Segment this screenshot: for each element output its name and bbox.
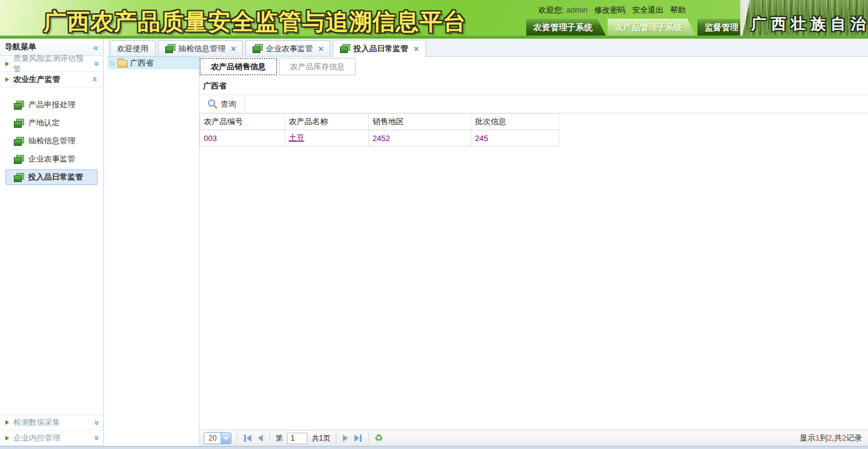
book-icon — [14, 137, 24, 146]
tree-expand-icon[interactable]: ▷ — [110, 60, 115, 66]
sidebar-item-farming-supervision[interactable]: 企业农事监管 — [5, 151, 98, 167]
book-icon — [340, 44, 350, 53]
folder-icon — [118, 60, 128, 68]
section-arrow-icon — [5, 436, 9, 441]
sidebar-section-test-data-collection[interactable]: 检测数据采集 « — [0, 415, 103, 430]
table-header-row: 农产品编号 农产品名称 销售地区 批次信息 — [200, 114, 559, 130]
subtab-sales-info[interactable]: 农产品销售信息 — [200, 58, 277, 75]
region-title: 广西省 — [200, 75, 868, 95]
pagination-separator — [269, 433, 270, 444]
sidebar-item-product-declaration[interactable]: 产品申报处理 — [5, 97, 98, 113]
navigation-sidebar: 导航菜单 « 质量风险监测评估预警 « 农业生产监管 « 产品申报处理 产地认定 — [0, 39, 104, 446]
welcome-text: 欢迎您: admin — [538, 5, 588, 16]
products-table: 农产品编号 农产品名称 销售地区 批次信息 003 土豆 2452 245 — [200, 113, 559, 146]
pagination-separator — [368, 433, 369, 444]
content-panel: 农产品销售信息 农产品库存信息 广西省 查询 农产品编号 农产品名 — [200, 57, 868, 446]
sidebar-item-sampling-info[interactable]: 抽检信息管理 — [5, 133, 98, 149]
wheat-field-image: 广西壮族自治区 — [740, 0, 868, 39]
pagination-bar: 20 第 共1页 ♻ 显示1到2,共2记录 — [200, 430, 868, 446]
cell-batch-info: 245 — [471, 130, 559, 146]
system-tab-agri-products[interactable]: 农产品管理子系统 — [608, 19, 696, 36]
tab-welcome[interactable]: 欢迎使用 — [110, 40, 156, 56]
chevron-down-icon[interactable]: « — [90, 420, 99, 425]
app-title: 广西农产品质量安全监管与追溯信息平台 — [43, 7, 467, 37]
system-tab-farm-materials[interactable]: 农资管理子系统 — [526, 19, 606, 36]
product-name-link[interactable]: 土豆 — [289, 133, 304, 142]
section-arrow-icon — [5, 61, 9, 66]
prev-page-button[interactable] — [257, 433, 264, 443]
main-layout: 导航菜单 « 质量风险监测评估预警 « 农业生产监管 « 产品申报处理 产地认定 — [0, 39, 868, 446]
main-panel: 欢迎使用 抽检信息管理 × 企业农事监管 × 投入品日常监管 × ▷ — [108, 39, 868, 446]
col-product-name: 农产品名称 — [285, 114, 369, 130]
page-total-label: 共1页 — [312, 433, 330, 444]
section-arrow-icon — [5, 77, 9, 82]
col-product-code: 农产品编号 — [200, 114, 285, 130]
page-number-input[interactable] — [287, 433, 307, 444]
tab-sampling-info[interactable]: 抽检信息管理 × — [158, 40, 243, 56]
region-banner-label: 广西壮族自治区 — [751, 14, 868, 34]
region-tree-panel: ▷ 广西省 — [108, 57, 200, 446]
table-row[interactable]: 003 土豆 2452 245 — [200, 130, 559, 146]
help-link[interactable]: 帮助 — [670, 5, 686, 16]
tab-body: ▷ 广西省 农产品销售信息 农产品库存信息 广西省 查询 — [108, 57, 868, 446]
sidebar-item-origin-certification[interactable]: 产地认定 — [5, 115, 98, 131]
logout-link[interactable]: 安全退出 — [632, 5, 664, 16]
first-page-button[interactable] — [243, 433, 253, 443]
content-subtabs: 农产品销售信息 农产品库存信息 — [200, 57, 868, 75]
username: admin — [566, 5, 587, 14]
document-tabbar: 欢迎使用 抽检信息管理 × 企业农事监管 × 投入品日常监管 × — [108, 39, 868, 57]
cell-sales-region: 2452 — [369, 130, 471, 146]
refresh-icon[interactable]: ♻ — [374, 433, 383, 443]
book-icon — [14, 119, 24, 128]
bottom-status-strip — [0, 446, 868, 449]
next-page-button[interactable] — [342, 433, 349, 443]
cell-product-name: 土豆 — [285, 130, 369, 146]
sidebar-item-input-daily-supervision[interactable]: 投入品日常监管 — [5, 169, 98, 185]
chevron-down-icon[interactable]: « — [90, 61, 99, 66]
sidebar-section-risk-warning[interactable]: 质量风险监测评估预警 « — [0, 56, 103, 72]
page-size-select[interactable]: 20 — [204, 432, 231, 444]
top-banner: 广西农产品质量安全监管与追溯信息平台 欢迎您: admin 修改密码 安全退出 … — [0, 0, 868, 39]
sidebar-spacer — [0, 187, 103, 415]
query-toolbar: 查询 — [200, 95, 868, 113]
sidebar-section-production-supervision[interactable]: 农业生产监管 « — [0, 72, 103, 87]
col-batch-info: 批次信息 — [471, 114, 559, 130]
sidebar-splitter[interactable] — [104, 39, 108, 446]
chevron-down-icon[interactable]: « — [90, 435, 99, 440]
query-button[interactable]: 查询 — [203, 97, 242, 111]
pagination-separator — [336, 433, 336, 444]
book-icon — [14, 173, 24, 182]
section-arrow-icon — [5, 420, 9, 425]
banner-bottom-strip — [0, 36, 868, 39]
book-icon — [14, 101, 24, 110]
diagonal-divider — [740, 0, 750, 39]
book-icon — [253, 44, 263, 53]
sidebar-title: 导航菜单 — [5, 42, 36, 52]
collapse-sidebar-icon[interactable]: « — [93, 43, 98, 52]
system-tabs: 农资管理子系统 农产品管理子系统 监督管理 — [526, 19, 752, 36]
page-prefix-label: 第 — [275, 433, 283, 444]
content-spacer — [200, 146, 868, 430]
col-sales-region: 销售地区 — [369, 114, 471, 130]
page-size-value: 20 — [204, 433, 221, 444]
sidebar-section-internal-control[interactable]: 企业内控管理 « — [0, 430, 103, 446]
change-password-link[interactable]: 修改密码 — [594, 5, 626, 16]
dropdown-arrow-icon[interactable] — [221, 433, 231, 444]
record-summary: 显示1到2,共2记录 — [800, 433, 864, 444]
book-icon — [14, 155, 24, 164]
book-icon — [165, 44, 175, 53]
sidebar-menu: 产品申报处理 产地认定 抽检信息管理 企业农事监管 投入品日常监管 — [0, 87, 103, 187]
chevron-up-icon[interactable]: « — [90, 77, 99, 81]
close-icon[interactable]: × — [231, 44, 236, 54]
last-page-button[interactable] — [353, 433, 363, 443]
welcome-bar: 欢迎您: admin 修改密码 安全退出 帮助 — [538, 5, 686, 16]
close-icon[interactable]: × — [318, 44, 323, 54]
close-icon[interactable]: × — [414, 44, 418, 54]
tree-node-guangxi[interactable]: ▷ 广西省 — [108, 57, 199, 69]
pagination-separator — [237, 433, 237, 444]
subtab-stock-info[interactable]: 农产品库存信息 — [279, 58, 356, 75]
search-icon — [208, 99, 217, 108]
toolbar-separator — [244, 98, 245, 110]
tab-input-daily-supervision[interactable]: 投入品日常监管 × — [333, 40, 426, 57]
tab-farming-supervision[interactable]: 企业农事监管 × — [245, 40, 330, 56]
